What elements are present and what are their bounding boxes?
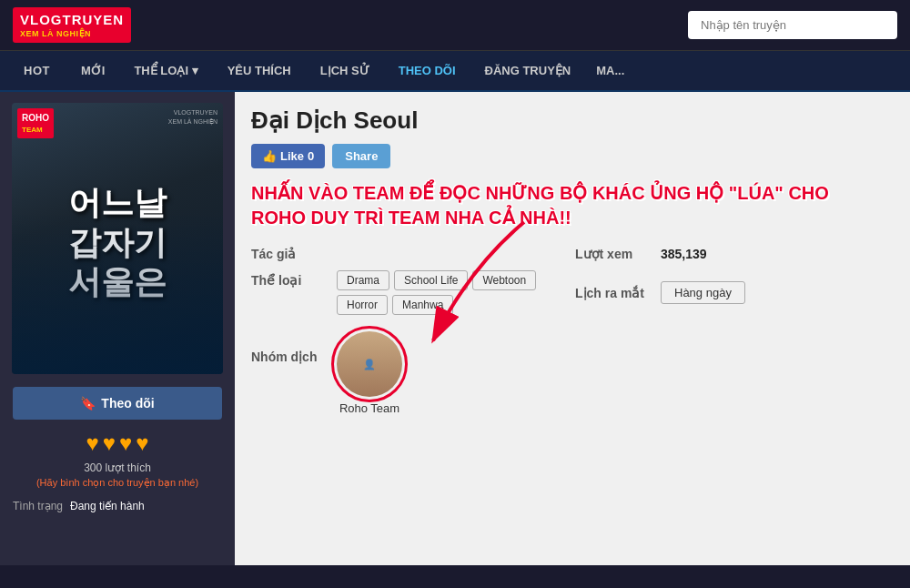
nav-item-moi[interactable]: MỚI <box>66 51 119 90</box>
release-label: Lịch ra mắt <box>575 286 648 300</box>
manga-cover: ROHO TEAM VLOGTRUYEN XEM LÀ NGHIỆN 어느날갑자… <box>12 103 223 374</box>
views-row: Lượt xem 385,139 <box>575 247 890 261</box>
author-label: Tác giả <box>251 247 324 261</box>
roho-badge: ROHO TEAM <box>17 108 54 138</box>
star-1[interactable]: ♥ <box>86 431 99 456</box>
release-row: Lịch ra mắt Hàng ngày <box>575 270 890 315</box>
release-schedule-button[interactable]: Hàng ngày <box>661 281 745 304</box>
nav-item-more[interactable]: MA... <box>585 51 635 90</box>
promo-banner: NHẤN VÀO TEAM ĐỂ ĐỌC NHỮNG BỘ KHÁC ỦNG H… <box>251 177 890 234</box>
right-panel: Đại Dịch Seoul 👍 Like 0 Share NHẤN VÀO T… <box>235 92 910 565</box>
logo-sub: XEM LÀ NGHIỆN <box>20 29 124 40</box>
status-label: Tình trạng <box>13 500 63 512</box>
main-content: ROHO TEAM VLOGTRUYEN XEM LÀ NGHIỆN 어느날갑자… <box>0 92 910 565</box>
cover-characters-overlay <box>12 211 223 374</box>
thumb-icon: 👍 <box>262 149 277 163</box>
views-label: Lượt xem <box>575 247 648 261</box>
status-row: Tình trạng Đang tiến hành <box>13 500 222 512</box>
red-arrow <box>379 213 561 362</box>
like-label: Like <box>280 149 304 163</box>
cover-watermark: VLOGTRUYEN XEM LÀ NGHIỆN <box>168 108 217 127</box>
navbar: HOT MỚI THỂ LOẠI ▾ YÊU THÍCH LỊCH SỬ THE… <box>0 51 910 92</box>
like-count: 0 <box>308 149 314 163</box>
vote-prompt: (Hãy bình chọn cho truyện bạn nhé) <box>36 477 198 489</box>
nav-item-theodoi[interactable]: THEO DÕI <box>384 51 470 90</box>
star-4[interactable]: ♥ <box>136 431 148 456</box>
likes-count: 300 lượt thích <box>84 461 151 474</box>
logo[interactable]: VLOGTRUYEN XEM LÀ NGHIỆN <box>13 7 131 43</box>
header: VLOGTRUYEN XEM LÀ NGHIỆN <box>0 0 910 51</box>
follow-label: Theo dõi <box>101 396 154 411</box>
translator-label: Nhóm dịch <box>251 331 324 364</box>
logo-main: VLOGTRUYEN <box>20 11 124 29</box>
star-3[interactable]: ♥ <box>119 431 132 456</box>
nav-item-yeuthich[interactable]: YÊU THÍCH <box>213 51 306 90</box>
follow-button[interactable]: 🔖 Theo dõi <box>13 387 222 420</box>
logo-box: VLOGTRUYEN XEM LÀ NGHIỆN <box>13 7 131 43</box>
star-2[interactable]: ♥ <box>103 431 116 456</box>
like-button[interactable]: 👍 Like 0 <box>251 144 325 168</box>
share-button[interactable]: Share <box>332 144 390 168</box>
views-value: 385,139 <box>661 247 707 261</box>
translator-name: Roho Team <box>339 401 399 415</box>
nav-item-theloai[interactable]: THỂ LOẠI ▾ <box>119 51 212 90</box>
search-input[interactable] <box>688 11 897 39</box>
nav-item-hot[interactable]: HOT <box>7 51 66 90</box>
nav-item-lichsu[interactable]: LỊCH SỬ <box>306 51 384 90</box>
bookmark-icon: 🔖 <box>80 396 96 411</box>
genre-label: Thể loại <box>251 270 324 288</box>
search-container <box>688 11 897 39</box>
status-value: Đang tiến hành <box>70 500 145 512</box>
translator-row: Nhóm dịch 👤 Roho Team <box>251 331 890 415</box>
manga-title: Đại Dịch Seoul <box>251 106 890 135</box>
left-panel: ROHO TEAM VLOGTRUYEN XEM LÀ NGHIỆN 어느날갑자… <box>0 92 235 565</box>
nav-item-dangtruyen[interactable]: ĐĂNG TRUYỆN <box>470 51 586 90</box>
action-row: 👍 Like 0 Share <box>251 144 890 168</box>
rating-stars: ♥ ♥ ♥ ♥ <box>86 431 149 456</box>
promo-text: NHẤN VÀO TEAM ĐỂ ĐỌC NHỮNG BỘ KHÁC ỦNG H… <box>251 181 870 230</box>
info-section: Tác giả Lượt xem 385,139 Thể loại Drama … <box>251 247 890 322</box>
